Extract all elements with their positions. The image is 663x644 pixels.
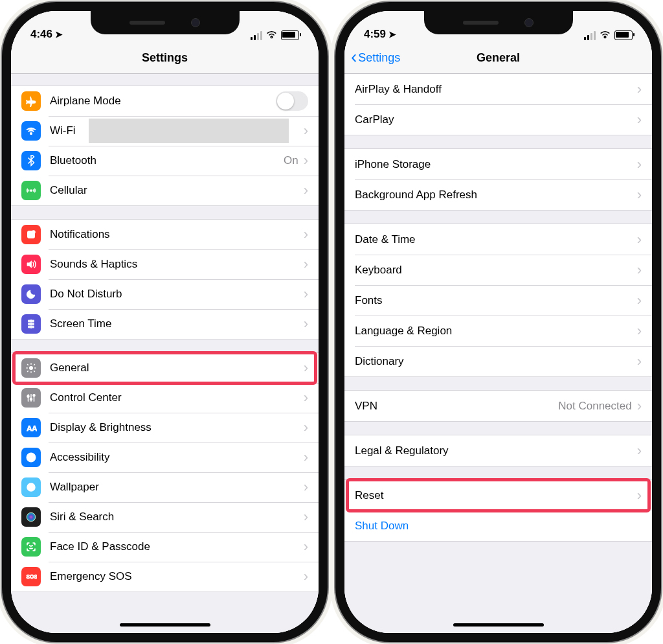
status-indicators bbox=[251, 30, 299, 41]
chevron-right-icon: › bbox=[304, 479, 308, 496]
screen-general: 4:59➤ ‹Settings General AirPlay & Handof… bbox=[344, 11, 652, 633]
row-label: Airplane Mode bbox=[50, 95, 276, 108]
wallpaper-icon bbox=[21, 477, 41, 497]
cell-signal-icon bbox=[584, 31, 596, 40]
toggle[interactable] bbox=[276, 91, 308, 111]
row-keyboard[interactable]: Keyboard› bbox=[344, 255, 652, 285]
wifi-icon bbox=[266, 30, 277, 41]
row-label: Reset bbox=[355, 489, 637, 502]
chevron-right-icon: › bbox=[304, 568, 308, 585]
row-label: Background App Refresh bbox=[355, 189, 637, 201]
row-faceid[interactable]: Face ID & Passcode› bbox=[11, 532, 319, 562]
back-button[interactable]: ‹Settings bbox=[351, 51, 400, 65]
cell-signal-icon bbox=[251, 31, 262, 40]
row-wifi[interactable]: Wi-Fi› bbox=[11, 116, 319, 146]
wifi-icon bbox=[21, 121, 41, 141]
row-value: On bbox=[284, 154, 298, 167]
row-datetime[interactable]: Date & Time› bbox=[344, 224, 652, 255]
chevron-right-icon: › bbox=[637, 353, 642, 370]
battery-icon bbox=[614, 30, 633, 40]
row-label: Bluetooth bbox=[50, 154, 284, 167]
row-label: Screen Time bbox=[50, 317, 304, 330]
chevron-right-icon: › bbox=[304, 152, 308, 169]
dnd-icon bbox=[21, 284, 41, 304]
row-label: Cellular bbox=[50, 184, 304, 197]
row-wallpaper[interactable]: Wallpaper› bbox=[11, 472, 319, 502]
row-accessibility[interactable]: Accessibility› bbox=[11, 443, 319, 472]
row-legal[interactable]: Legal & Regulatory› bbox=[344, 435, 652, 466]
row-display[interactable]: AADisplay & Brightness› bbox=[11, 413, 319, 443]
display-icon: AA bbox=[21, 418, 41, 437]
chevron-right-icon: › bbox=[637, 487, 642, 504]
row-airplay[interactable]: AirPlay & Handoff› bbox=[344, 74, 652, 104]
row-general[interactable]: General› bbox=[11, 353, 319, 383]
settings-list[interactable]: Airplane ModeWi-Fi›BluetoothOn›Cellular›… bbox=[11, 74, 319, 633]
stage: 4:46➤ Settings Airplane ModeWi-Fi›Blueto… bbox=[0, 0, 663, 644]
row-value: Not Connected bbox=[558, 400, 631, 413]
location-arrow-icon: ➤ bbox=[55, 29, 63, 40]
svg-point-9 bbox=[30, 454, 32, 455]
row-langregion[interactable]: Language & Region› bbox=[344, 316, 652, 346]
row-label: Fonts bbox=[355, 294, 637, 307]
row-label: iPhone Storage bbox=[355, 158, 637, 171]
wifi-icon bbox=[600, 30, 611, 41]
row-sos[interactable]: SOSEmergency SOS› bbox=[11, 562, 319, 592]
row-label: CarPlay bbox=[355, 113, 637, 126]
row-label: Sounds & Haptics bbox=[50, 258, 304, 271]
row-label: VPN bbox=[355, 400, 558, 413]
sos-icon: SOS bbox=[21, 567, 41, 586]
row-dnd[interactable]: Do Not Disturb› bbox=[11, 279, 319, 309]
row-label: Control Center bbox=[50, 391, 304, 404]
row-label: Keyboard bbox=[355, 264, 637, 277]
row-fonts[interactable]: Fonts› bbox=[344, 285, 652, 316]
svg-point-12 bbox=[27, 512, 36, 522]
navbar: ‹Settings General bbox=[344, 42, 652, 74]
row-bluetooth[interactable]: BluetoothOn› bbox=[11, 146, 319, 176]
general-list[interactable]: AirPlay & Handoff›CarPlay›iPhone Storage… bbox=[344, 74, 652, 633]
chevron-right-icon: › bbox=[304, 538, 308, 555]
row-bgrefresh[interactable]: Background App Refresh› bbox=[344, 179, 652, 210]
home-indicator[interactable] bbox=[453, 623, 544, 627]
row-label: Shut Down bbox=[355, 520, 642, 533]
chevron-right-icon: › bbox=[304, 419, 308, 436]
airplane-icon bbox=[21, 91, 41, 111]
row-dictionary[interactable]: Dictionary› bbox=[344, 346, 652, 376]
chevron-right-icon: › bbox=[304, 360, 308, 376]
svg-point-6 bbox=[33, 395, 35, 397]
chevron-right-icon: › bbox=[637, 231, 642, 248]
row-airplane[interactable]: Airplane Mode bbox=[11, 86, 319, 116]
svg-point-4 bbox=[27, 395, 29, 397]
speaker-icon bbox=[129, 21, 165, 25]
row-reset[interactable]: Reset› bbox=[344, 480, 652, 511]
row-screentime[interactable]: Screen Time› bbox=[11, 309, 319, 339]
row-siri[interactable]: Siri & Search› bbox=[11, 502, 319, 532]
chevron-right-icon: › bbox=[304, 509, 308, 525]
row-label: Face ID & Passcode bbox=[50, 540, 304, 553]
row-notifications[interactable]: Notifications› bbox=[11, 220, 319, 249]
row-label: Wallpaper bbox=[50, 481, 304, 494]
row-control-center[interactable]: Control Center› bbox=[11, 383, 319, 413]
page-title: Settings bbox=[142, 51, 188, 65]
bluetooth-icon bbox=[21, 151, 41, 170]
siri-icon bbox=[21, 507, 41, 527]
chevron-right-icon: › bbox=[637, 262, 642, 279]
row-sounds[interactable]: Sounds & Haptics› bbox=[11, 249, 319, 279]
svg-point-3 bbox=[30, 367, 33, 370]
svg-text:AA: AA bbox=[27, 424, 37, 432]
row-storage[interactable]: iPhone Storage› bbox=[344, 149, 652, 179]
cellular-icon bbox=[21, 181, 41, 200]
location-arrow-icon: ➤ bbox=[388, 29, 396, 40]
home-indicator[interactable] bbox=[120, 623, 210, 627]
phone-settings: 4:46➤ Settings Airplane ModeWi-Fi›Blueto… bbox=[11, 11, 319, 633]
chevron-right-icon: › bbox=[637, 443, 642, 459]
camera-icon bbox=[191, 18, 200, 27]
row-vpn[interactable]: VPNNot Connected› bbox=[344, 391, 652, 421]
sounds-icon bbox=[21, 255, 41, 274]
row-label: Language & Region bbox=[355, 325, 637, 338]
row-shutdown[interactable]: Shut Down bbox=[344, 511, 652, 541]
general-icon bbox=[21, 358, 41, 378]
row-carplay[interactable]: CarPlay› bbox=[344, 104, 652, 135]
row-cellular[interactable]: Cellular› bbox=[11, 176, 319, 205]
chevron-right-icon: › bbox=[637, 323, 642, 339]
screen-settings: 4:46➤ Settings Airplane ModeWi-Fi›Blueto… bbox=[11, 11, 319, 633]
